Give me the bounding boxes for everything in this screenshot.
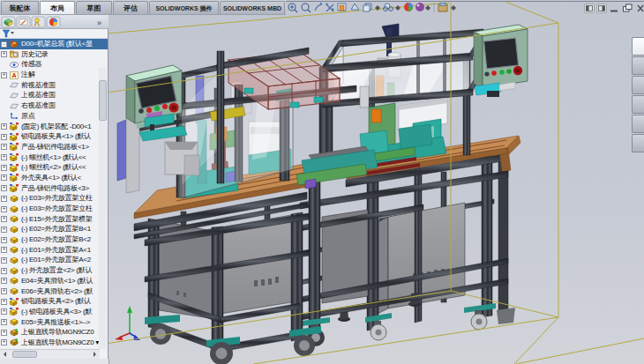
svg-text:A: A <box>11 72 16 78</box>
svg-text:»: » <box>97 19 101 27</box>
